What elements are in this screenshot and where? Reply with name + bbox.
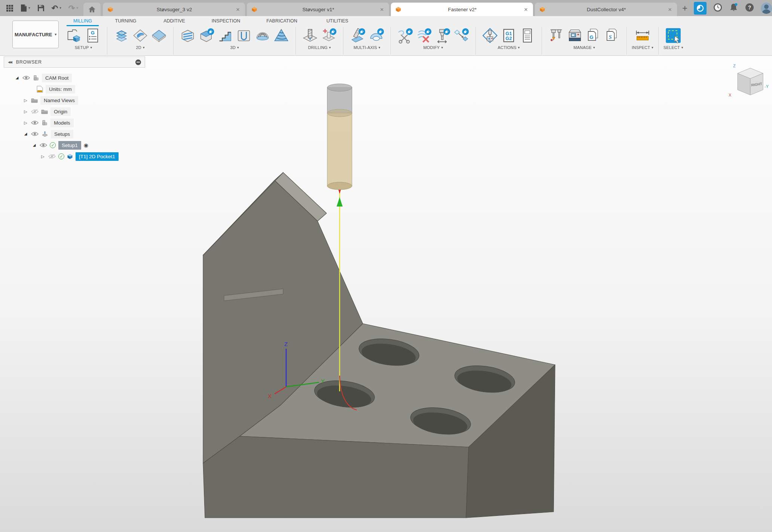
move-pattern-icon[interactable]: [452, 26, 471, 45]
tree-row-label: Named Views: [40, 96, 78, 105]
tree-row-origin[interactable]: ▷ Origin: [4, 106, 145, 117]
collapse-all-icon[interactable]: [135, 59, 141, 65]
view-cube[interactable]: RIGHT Z -Y X: [729, 64, 769, 97]
document-tab[interactable]: Støvsuger_3 v2 ×: [103, 3, 245, 16]
expander-icon[interactable]: ◢: [23, 132, 28, 136]
setup-sheet-icon[interactable]: [518, 26, 537, 45]
undo-button[interactable]: ↶ ▾: [52, 4, 61, 12]
parallel-icon[interactable]: [216, 26, 235, 45]
expander-icon[interactable]: ▷: [23, 110, 28, 114]
group-label-drilling[interactable]: DRILLING▾: [308, 45, 331, 50]
tree-row-setup1[interactable]: ◢ ✓ Setup1 ◉: [4, 140, 145, 151]
new-tab-button[interactable]: +: [682, 4, 687, 13]
tree-row-models[interactable]: ▷ Models: [4, 117, 145, 128]
tree-row-label: CAM Root: [42, 74, 72, 82]
avatar[interactable]: [761, 3, 772, 14]
expander-icon[interactable]: ◢: [14, 76, 20, 80]
tab-additive[interactable]: ADDITIVE: [151, 17, 197, 25]
group-label-actions[interactable]: ACTIONS▾: [497, 45, 520, 50]
tree-row-cam-root[interactable]: ◢ CAM Root: [4, 72, 145, 83]
swarf-icon[interactable]: [348, 26, 367, 45]
help-button[interactable]: ?: [745, 3, 754, 14]
expander-icon[interactable]: ◢: [31, 143, 37, 147]
expander-icon[interactable]: ▷: [40, 155, 46, 159]
scallop-icon[interactable]: [253, 26, 272, 45]
visibility-eye-icon[interactable]: [31, 131, 39, 137]
collapse-panel-icon[interactable]: ◀◀: [8, 60, 12, 64]
close-icon[interactable]: ×: [523, 6, 529, 13]
spiral-icon[interactable]: [272, 26, 291, 45]
delete-passes-icon[interactable]: [414, 26, 433, 45]
target-icon[interactable]: ◉: [84, 142, 88, 148]
visibility-eye-icon[interactable]: [40, 143, 47, 148]
window-select-icon[interactable]: [664, 26, 683, 45]
tree-row-units[interactable]: Units: mm: [4, 83, 145, 95]
visibility-eye-icon[interactable]: [22, 75, 30, 80]
file-menu-button[interactable]: ▾: [21, 4, 30, 12]
setup-icon[interactable]: [65, 26, 83, 45]
drill-icon[interactable]: [301, 26, 319, 45]
close-icon[interactable]: ×: [235, 6, 241, 13]
3d-pocket-icon[interactable]: [197, 26, 216, 45]
tab-milling[interactable]: MILLING: [65, 17, 100, 25]
tool-library-icon[interactable]: [547, 26, 566, 45]
group-label-3d[interactable]: 3D▾: [230, 45, 239, 50]
document-tab-label: DustCollector v4*: [548, 7, 664, 12]
toolbar-separator: [173, 27, 174, 55]
group-label-multi-axis[interactable]: MULTI-AXIS▾: [353, 45, 380, 50]
titlebar-right-controls: +: [682, 2, 772, 15]
group-label-modify[interactable]: MODIFY▾: [423, 45, 443, 50]
contour-icon[interactable]: [235, 26, 253, 45]
machine-library-icon[interactable]: [566, 26, 584, 45]
document-tab[interactable]: DustCollector v4* ×: [535, 3, 677, 16]
close-icon[interactable]: ×: [379, 6, 385, 13]
notifications-button[interactable]: [729, 3, 738, 14]
clock-button[interactable]: [713, 3, 723, 14]
flow-icon[interactable]: [367, 26, 386, 45]
trim-icon[interactable]: [396, 26, 414, 45]
tab-turning[interactable]: TURNING: [104, 17, 148, 25]
save-button[interactable]: [37, 4, 45, 12]
post-process-icon[interactable]: G1 G2: [499, 26, 518, 45]
tree-row-named-views[interactable]: ▷ Named Views: [4, 95, 145, 106]
tab-inspection[interactable]: INSPECTION: [201, 17, 251, 25]
expander-icon[interactable]: ▷: [23, 121, 28, 125]
2d-pocket-icon[interactable]: [131, 26, 150, 45]
tab-utilities[interactable]: UTILITIES: [313, 17, 362, 25]
2d-adaptive-icon[interactable]: [112, 26, 131, 45]
replace-tool-icon[interactable]: [433, 26, 452, 45]
simulate-icon[interactable]: [481, 26, 499, 45]
template-library-icon[interactable]: S: [603, 26, 622, 45]
group-label-inspect[interactable]: INSPECT▾: [632, 45, 653, 50]
visibility-eye-off-icon[interactable]: [48, 154, 56, 159]
redo-button[interactable]: ↷ ▾: [68, 4, 78, 12]
home-tab-button[interactable]: [83, 3, 101, 16]
group-label-select[interactable]: SELECT▾: [664, 45, 683, 50]
group-drilling: DRILLING▾: [301, 26, 338, 50]
caret-down-icon: ▾: [681, 46, 683, 49]
measure-icon[interactable]: [633, 26, 652, 45]
close-icon[interactable]: ×: [667, 6, 673, 13]
workspace-switcher-button[interactable]: MANUFACTURE ▾: [12, 21, 59, 48]
expander-icon[interactable]: ▷: [23, 98, 28, 103]
nc-program-icon[interactable]: G: [83, 26, 102, 45]
app-grid-icon[interactable]: [6, 4, 13, 12]
face-icon[interactable]: [150, 26, 168, 45]
document-tab-active[interactable]: Fastener v2* ×: [391, 3, 533, 16]
cutting-tool[interactable]: [327, 84, 352, 190]
view-cube-z-label: Z: [733, 64, 736, 68]
job-status-icon: [696, 4, 704, 12]
visibility-eye-off-icon[interactable]: [31, 109, 39, 114]
tree-row-setups[interactable]: ◢ Setups: [4, 128, 145, 140]
tree-row-2d-pocket1[interactable]: ▷ ✓ [T1] 2D Pocket1: [4, 151, 145, 162]
job-status-button[interactable]: [694, 2, 707, 15]
document-tab[interactable]: Støvsuger v1* ×: [247, 3, 389, 16]
3d-adaptive-icon[interactable]: [178, 26, 197, 45]
group-label-setup[interactable]: SETUP▾: [75, 45, 92, 50]
visibility-eye-icon[interactable]: [31, 120, 39, 125]
group-label-2d[interactable]: 2D▾: [136, 45, 144, 50]
hole-recognition-icon[interactable]: [319, 26, 338, 45]
post-library-icon[interactable]: G: [584, 26, 603, 45]
group-label-manage[interactable]: MANAGE▾: [573, 45, 595, 50]
tab-fabrication[interactable]: FABRICATION: [255, 17, 309, 25]
